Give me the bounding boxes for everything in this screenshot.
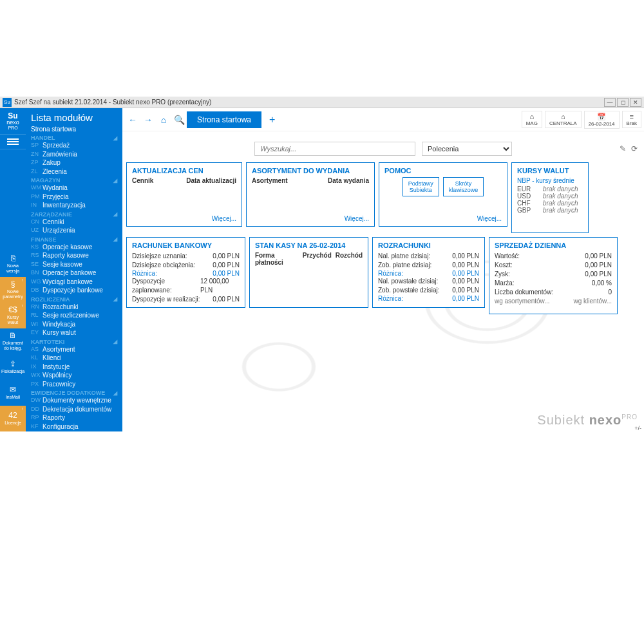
card-asortyment-do-wydania: ASORTYMENT DO WYDANIA AsortymentData wyd… xyxy=(246,162,375,227)
currency-row: CHFbrak danych xyxy=(517,200,583,207)
sidebar-item[interactable]: ZNZamówienia xyxy=(26,150,122,159)
strip-item[interactable]: 🗎Dokument do księg. xyxy=(0,328,26,354)
more-link[interactable]: Więcej... xyxy=(384,215,502,222)
sidebar-item[interactable]: DDDekretacja dokumentów xyxy=(26,405,122,414)
card-rozrachunki: ROZRACHUNKI Nal. płatne dzisiaj:0,00 PLN… xyxy=(372,237,485,308)
sidebar-item[interactable]: KFKonfiguracja xyxy=(26,422,122,431)
sidebar: Lista modułów Strona startowa HANDEL◢SPS… xyxy=(26,108,122,431)
sidebar-group-header[interactable]: ROZLICZENIA◢ xyxy=(26,295,122,303)
card-kursy-walut: KURSY WALUT NBP - kursy średnie EURbrak … xyxy=(511,162,589,233)
search-select[interactable]: Polecenia xyxy=(422,142,512,156)
sidebar-group-header[interactable]: EWIDENCJE DODATKOWE◢ xyxy=(26,388,122,396)
sidebar-item[interactable]: IXInstytucje xyxy=(26,363,122,372)
card-title: AKTUALIZACJA CEN xyxy=(132,167,236,175)
card-sprzedaz-dzienna: SPRZEDAŻ DZIENNA Wartość:0,00 PLN Koszt:… xyxy=(489,237,618,314)
by-assortment-link[interactable]: wg asortymentów... xyxy=(495,297,550,306)
topbar: ← → ⌂ 🔍 Strona startowa + ⌂MAG⌂CENTRALA📅… xyxy=(122,108,644,131)
nav-search-icon[interactable]: 🔍 xyxy=(171,112,187,128)
sidebar-item[interactable]: SPSprzedaż xyxy=(26,141,122,150)
more-link[interactable]: Więcej... xyxy=(252,215,369,222)
topbar-tile[interactable]: ⌂MAG xyxy=(522,111,542,128)
sidebar-item[interactable]: UZUrządzenia xyxy=(26,226,122,235)
card-pomoc: POMOC Podstawy Subiekta Skróty klawiszow… xyxy=(379,162,507,227)
strip-item[interactable]: €$Kursy walut! xyxy=(0,303,26,328)
sidebar-item[interactable]: WXWspólnicy xyxy=(26,371,122,380)
sidebar-group-header[interactable]: HANDEL◢ xyxy=(26,133,122,141)
sidebar-item[interactable]: INInwentaryzacja xyxy=(26,201,122,210)
tab-start-page[interactable]: Strona startowa xyxy=(187,111,261,128)
nav-forward-icon[interactable]: → xyxy=(140,112,156,128)
by-clients-link[interactable]: wg klientów... xyxy=(574,297,612,306)
sidebar-item[interactable]: PXPracownicy xyxy=(26,380,122,389)
currency-row: GBPbrak danych xyxy=(517,207,583,214)
sidebar-item[interactable]: RSRaporty kasowe xyxy=(26,251,122,260)
strip-item[interactable]: 42Licencje! xyxy=(0,406,26,431)
main-area: ← → ⌂ 🔍 Strona startowa + ⌂MAG⌂CENTRALA📅… xyxy=(122,108,644,431)
logo: Su nexo PRO xyxy=(0,108,26,134)
sidebar-item[interactable]: SESesje kasowe xyxy=(26,260,122,269)
topbar-tile[interactable]: ≡Brak xyxy=(622,111,641,128)
refresh-icon[interactable]: ⟳ xyxy=(631,144,638,153)
sidebar-item[interactable]: WIWindykacja xyxy=(26,320,122,329)
sidebar-item[interactable]: PMPrzyjęcia xyxy=(26,193,122,202)
card-title: ASORTYMENT DO WYDANIA xyxy=(252,167,369,175)
sidebar-item[interactable]: BNOperacje bankowe xyxy=(26,269,122,278)
card-title: KURSY WALUT xyxy=(517,167,583,175)
nav-home-icon[interactable]: ⌂ xyxy=(156,112,171,128)
hamburger-icon[interactable] xyxy=(0,134,26,149)
sidebar-item[interactable]: DBDyspozycje bankowe xyxy=(26,286,122,295)
strip-item[interactable]: ⇪Fiskalizacja xyxy=(0,354,26,380)
card-stan-kasy: STAN KASY NA 26-02-2014 Forma płatnościP… xyxy=(249,237,368,308)
sidebar-item[interactable]: DWDokumenty wewnętrzne xyxy=(26,396,122,405)
plus-minus[interactable]: +/- xyxy=(634,425,641,431)
help-basics-button[interactable]: Podstawy Subiekta xyxy=(402,177,439,196)
strip-item[interactable]: ✉InsMail xyxy=(0,380,26,406)
sidebar-item[interactable]: RNRozrachunki xyxy=(26,303,122,312)
vertical-strip: Su nexo PRO ⎘Nowa wersja§Nowe parametry!… xyxy=(0,108,26,431)
sidebar-start-page[interactable]: Strona startowa xyxy=(26,125,122,133)
strip-item[interactable]: ⎘Nowa wersja xyxy=(0,251,26,277)
currency-row: EURbrak danych xyxy=(517,185,583,193)
sidebar-item[interactable]: ZPZakup xyxy=(26,158,122,167)
sidebar-item[interactable]: ASAsortyment xyxy=(26,345,122,354)
sidebar-group-header[interactable]: ZARZĄDZANIE◢ xyxy=(26,210,122,218)
sidebar-item[interactable]: KLKlienci xyxy=(26,354,122,363)
close-button[interactable]: ✕ xyxy=(630,98,641,107)
sidebar-item[interactable]: RPRaporty xyxy=(26,413,122,422)
sidebar-group-header[interactable]: FINANSE◢ xyxy=(26,235,122,243)
titlebar: Su Szef Szef na subiekt 21.02.2014 - Sub… xyxy=(0,97,644,108)
card-title: ROZRACHUNKI xyxy=(378,242,479,249)
topbar-tile[interactable]: 📅26-02-2014 xyxy=(584,111,620,129)
nav-back-icon[interactable]: ← xyxy=(125,112,140,128)
card-title: RACHUNEK BANKOWY xyxy=(132,242,240,249)
window-title: Szef Szef na subiekt 21.02.2014 - Subiek… xyxy=(14,99,603,106)
tab-add-button[interactable]: + xyxy=(261,114,283,126)
sidebar-item[interactable]: CNCenniki xyxy=(26,218,122,227)
sidebar-item[interactable]: WGWyciągi bankowe xyxy=(26,278,122,287)
topbar-tile[interactable]: ⌂CENTRALA xyxy=(545,111,582,128)
card-title: SPRZEDAŻ DZIENNA xyxy=(495,242,612,249)
card-rachunek-bankowy: RACHUNEK BANKOWY Dzisiejsze uznania:0,00… xyxy=(126,237,245,308)
card-title: STAN KASY NA 26-02-2014 xyxy=(255,242,363,249)
maximize-button[interactable]: ◻ xyxy=(617,98,629,107)
sidebar-item[interactable]: KSOperacje kasowe xyxy=(26,243,122,252)
card-aktualizacja-cen: AKTUALIZACJA CEN CennikData aktualizacji… xyxy=(126,162,242,227)
sidebar-item[interactable]: RLSesje rozliczeniowe xyxy=(26,311,122,320)
brand-watermark: Subiekt nexoPRO xyxy=(537,413,638,428)
help-shortcuts-button[interactable]: Skróty klawiszowe xyxy=(443,177,484,196)
sidebar-item[interactable]: EYKursy walut xyxy=(26,328,122,337)
sidebar-title: Lista modułów xyxy=(26,108,122,125)
card-title: POMOC xyxy=(384,167,502,175)
app-icon: Su xyxy=(3,98,12,107)
sidebar-group-header[interactable]: MAGAZYN◢ xyxy=(26,176,122,184)
sidebar-group-header[interactable]: KARTOTEKI◢ xyxy=(26,337,122,345)
strip-item[interactable]: §Nowe parametry! xyxy=(0,277,26,303)
edit-icon[interactable]: ✎ xyxy=(620,144,626,153)
currency-row: USDbrak danych xyxy=(517,193,583,200)
sidebar-item[interactable]: WMWydania xyxy=(26,184,122,193)
sidebar-item[interactable]: ZLZlecenia xyxy=(26,167,122,176)
search-input[interactable] xyxy=(254,142,415,156)
minimize-button[interactable]: — xyxy=(604,98,616,107)
more-link[interactable]: Więcej... xyxy=(132,215,236,222)
